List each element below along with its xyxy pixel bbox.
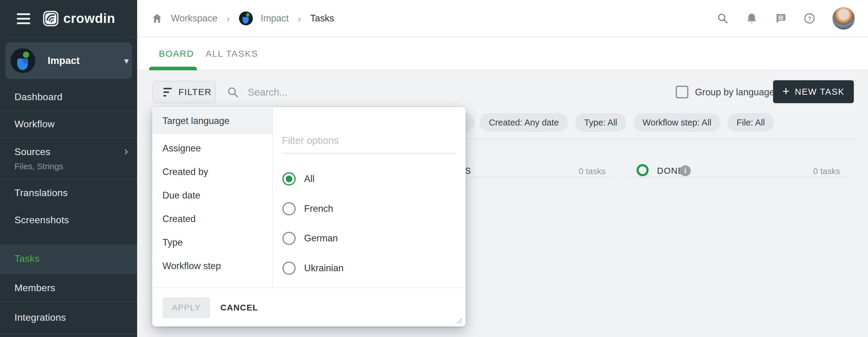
resize-handle[interactable] xyxy=(454,315,463,324)
radio-label: French xyxy=(304,203,333,214)
filter-chip-type[interactable]: Type: All xyxy=(575,113,626,132)
tabbar: BOARD ALL TASKS xyxy=(137,37,868,70)
breadcrumb-current-page: Tasks xyxy=(310,13,334,24)
divider xyxy=(0,138,137,138)
sidebar-item-screenshots[interactable]: Screenshots xyxy=(14,215,69,226)
search-input[interactable] xyxy=(248,83,416,102)
filter-menu-due-date[interactable]: Due date xyxy=(152,184,272,207)
filter-popup: Target language Assignee Created by Due … xyxy=(152,107,466,327)
plus-icon: + xyxy=(782,84,789,98)
chevron-down-icon: ▾ xyxy=(124,56,129,66)
new-task-button[interactable]: + NEW TASK xyxy=(773,80,854,103)
breadcrumb: Workspace › Impact › Tasks xyxy=(151,11,334,25)
apply-button[interactable]: APPLY xyxy=(162,297,210,318)
sidebar-item-integrations[interactable]: Integrations xyxy=(14,312,66,323)
breadcrumb-workspace[interactable]: Workspace xyxy=(171,13,218,24)
radio-label: Ukrainian xyxy=(304,263,344,274)
radio-icon[interactable] xyxy=(282,232,296,245)
topbar-actions: ? xyxy=(717,7,855,30)
home-icon[interactable] xyxy=(151,12,163,24)
radio-icon[interactable] xyxy=(282,202,296,216)
sidebar-item-translations[interactable]: Translations xyxy=(14,187,68,198)
radio-label: German xyxy=(304,233,338,244)
info-icon[interactable]: i xyxy=(680,165,691,176)
filter-button[interactable]: FILTER xyxy=(153,81,216,103)
tab-board[interactable]: BOARD xyxy=(159,49,194,59)
help-icon[interactable]: ? xyxy=(804,12,815,24)
divider xyxy=(272,107,273,287)
project-avatar xyxy=(10,48,35,73)
filter-icon xyxy=(163,88,172,96)
crowdin-app: crowdin Impact ▾ Dashboard Workflow Sour… xyxy=(0,0,868,337)
divider xyxy=(152,287,466,288)
svg-text:?: ? xyxy=(808,15,812,22)
bell-icon[interactable] xyxy=(746,12,758,24)
sidebar-item-sources-subtitle: Files, Strings xyxy=(14,162,63,171)
sidebar-header: crowdin xyxy=(0,0,137,37)
topbar: Workspace › Impact › Tasks xyxy=(137,0,868,37)
sidebar-item-dashboard[interactable]: Dashboard xyxy=(14,91,62,103)
project-name: Impact xyxy=(48,55,80,66)
new-task-button-label: NEW TASK xyxy=(795,87,844,97)
crowdin-logo-icon xyxy=(42,10,59,27)
column-underline xyxy=(629,177,850,177)
active-tab-underline xyxy=(149,67,197,70)
divider xyxy=(0,302,137,303)
column-count: 0 tasks xyxy=(579,167,606,176)
sidebar: crowdin Impact ▾ Dashboard Workflow Sour… xyxy=(0,0,137,337)
group-by-language-label: Group by language xyxy=(695,87,775,98)
tab-all-tasks[interactable]: ALL TASKS xyxy=(206,49,258,59)
language-option-ukrainian[interactable]: Ukrainian xyxy=(282,261,344,275)
filter-menu-target-language[interactable]: Target language xyxy=(152,108,272,134)
divider xyxy=(0,245,137,245)
language-option-german[interactable]: German xyxy=(282,232,338,245)
sidebar-item-sources[interactable]: Sources xyxy=(14,146,51,158)
filter-chips-row: Created: Any date Type: All Workflow ste… xyxy=(480,113,774,132)
filter-menu-type[interactable]: Type xyxy=(152,231,272,254)
chevron-right-icon: › xyxy=(124,145,128,157)
filter-menu-workflow-step[interactable]: Workflow step xyxy=(152,254,272,278)
crowdin-wordmark: crowdin xyxy=(63,11,115,26)
radio-label: All xyxy=(304,173,314,184)
language-option-french[interactable]: French xyxy=(282,202,333,216)
filter-chip-file[interactable]: File: All xyxy=(727,113,774,132)
divider xyxy=(0,333,137,334)
filter-menu-created-by[interactable]: Created by xyxy=(152,160,272,184)
sidebar-item-workflow[interactable]: Workflow xyxy=(14,118,55,130)
divider xyxy=(0,273,137,274)
filter-button-label: FILTER xyxy=(179,87,212,97)
breadcrumb-project-avatar xyxy=(239,11,253,25)
done-status-icon xyxy=(637,164,649,176)
cancel-button[interactable]: CANCEL xyxy=(220,297,258,318)
filter-menu-assignee[interactable]: Assignee xyxy=(152,137,272,160)
column-count: 0 tasks xyxy=(813,167,840,176)
filter-menu-created[interactable]: Created xyxy=(152,207,272,231)
chat-icon[interactable] xyxy=(775,12,786,24)
breadcrumb-project[interactable]: Impact xyxy=(261,13,289,24)
language-option-all[interactable]: All xyxy=(282,172,314,186)
sidebar-item-tasks[interactable]: Tasks xyxy=(14,253,39,264)
filter-options-input[interactable] xyxy=(282,128,456,153)
filter-chip-created[interactable]: Created: Any date xyxy=(480,113,568,132)
hamburger-menu-icon[interactable] xyxy=(17,13,30,24)
user-avatar[interactable] xyxy=(832,7,855,30)
divider xyxy=(0,179,137,180)
chevron-right-icon: › xyxy=(225,13,231,24)
filter-chip-workflow-step[interactable]: Workflow step: All xyxy=(633,113,720,132)
search-icon xyxy=(227,86,239,99)
group-by-language-checkbox[interactable] xyxy=(676,86,688,99)
chevron-right-icon: › xyxy=(297,13,302,24)
radio-icon[interactable] xyxy=(282,261,296,275)
radio-selected-icon[interactable] xyxy=(282,172,296,186)
search-icon[interactable] xyxy=(717,12,729,24)
divider xyxy=(0,110,137,111)
column-underline xyxy=(470,177,613,177)
sidebar-item-members[interactable]: Members xyxy=(14,282,55,293)
